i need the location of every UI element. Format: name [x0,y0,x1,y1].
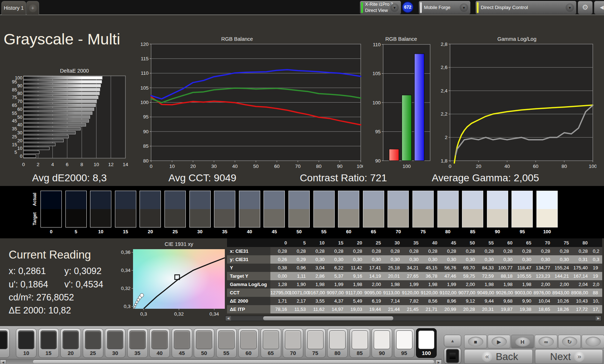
table-column-header: 10 [308,239,327,247]
level-button-75[interactable]: 75 [305,328,326,358]
svg-text:2,2: 2,2 [441,111,447,117]
next-button[interactable]: Next» [535,349,603,364]
level-button-60[interactable]: 60 [238,328,259,358]
level-label: 95 [394,350,414,356]
svg-text:95: 95 [375,129,381,134]
arrow-up-icon: ▲ [450,338,455,343]
level-button-45[interactable]: 45 [172,328,192,358]
grayscale-swatch [511,191,533,228]
meter-dropdown[interactable]: X-Rite i1Pro 3 Direct View ▼ [360,1,401,14]
svg-text:110: 110 [141,70,149,76]
svg-text:2: 2 [37,162,40,167]
grayscale-level-label: 20 [140,229,161,234]
extra-button[interactable] [582,335,604,348]
level-button-25[interactable]: 25 [83,328,103,358]
display-control-dropdown[interactable]: Direct Display Control ▼ [475,1,577,14]
pattern-window-button[interactable] [444,348,461,364]
grayscale-level-label: 90 [487,229,508,234]
table-cell: 2,00 [534,280,552,289]
table-cell: 0,28 [289,247,308,255]
grayscale-level-label: 95 [511,229,533,234]
svg-text:2,8: 2,8 [441,42,447,47]
svg-text:90: 90 [375,158,381,164]
expand-levels-button[interactable]: ▲ [444,335,461,347]
stop-button[interactable]: ■ [464,335,487,348]
reading-count-badge[interactable]: 672 [402,1,414,13]
table-cell: 0,00 [270,272,289,280]
table-cell: 18,26 [552,305,571,313]
table-cell: 84,33 [477,264,496,272]
level-button-95[interactable]: 95 [394,328,415,358]
back-button[interactable]: «Back [464,349,533,364]
actual-swatch [140,191,160,209]
table-cell: 2,17 [289,297,308,305]
svg-text:40: 40 [17,122,22,127]
level-button-80[interactable]: 80 [327,328,348,358]
grayscale-level-label: 50 [288,229,310,234]
add-tab-button[interactable]: + [26,1,39,15]
level-button-40[interactable]: 40 [149,328,170,358]
table-cell: 14,19 [364,272,383,280]
table-row: Y0,380,963,046,2211,4217,4125,1834,2145,… [227,264,602,272]
reading-y: y: 0,3092 [64,266,102,276]
svg-text:10: 10 [17,146,22,151]
scroll-right-icon[interactable]: ▶ [436,360,442,364]
toolbar-scrollbar-thumb[interactable] [33,360,434,364]
level-button-15[interactable]: 15 [38,328,59,358]
continuous-button[interactable]: ∞ [535,335,557,348]
level-button-10[interactable]: 10 [16,328,37,358]
scroll-left-icon[interactable]: ◀ [0,360,6,364]
table-cell: 123,23 [534,272,552,280]
level-button-65[interactable]: 65 [261,328,281,358]
level-button[interactable] [0,328,10,358]
level-label: 55 [217,350,236,356]
table-cell: 8943,00 [552,289,571,297]
table-cell-partial: 88 [590,289,602,297]
level-button-70[interactable]: 70 [283,328,303,358]
svg-text:0,34: 0,34 [121,268,131,273]
level-button-100[interactable]: 100 [416,328,437,358]
table-cell: 8,96 [440,297,458,305]
step-button[interactable]: H [511,335,534,348]
table-cell: 2,00 [364,280,383,289]
level-button-55[interactable]: 55 [216,328,237,358]
table-cell: 0,30 [552,255,571,264]
table-scrollbar[interactable]: ◀ ▶ [225,316,601,321]
svg-text:45: 45 [12,118,17,124]
extra-icon [586,337,601,347]
level-button-20[interactable]: 20 [60,328,81,358]
toolbar-scrollbar[interactable]: ◀ ▶ [0,359,442,364]
level-button-35[interactable]: 35 [127,328,148,358]
level-button-90[interactable]: 90 [372,328,392,358]
table-cell: 0,96 [289,264,308,272]
scroll-right-icon[interactable]: ▶ [596,316,601,321]
play-button[interactable]: ▶ [488,335,510,348]
level-button-85[interactable]: 85 [350,328,370,358]
table-cell: 0,30 [477,255,496,264]
level-button-30[interactable]: 30 [105,328,125,358]
actual-swatch [66,191,86,209]
table-column-header: 50 [458,239,477,247]
settings-button[interactable]: ⚙ [578,1,593,14]
svg-text:0: 0 [22,162,25,167]
svg-text:8: 8 [80,162,83,167]
table-row-label: ΔE ITP [227,305,270,313]
tab-history-1[interactable]: History 1 [1,1,26,15]
level-label: 30 [105,350,125,356]
table-cell: 0,28 [440,247,458,255]
table-scrollbar-thumb[interactable] [263,316,393,320]
svg-text:100: 100 [403,164,411,169]
average-gamma-stat: Average Gamma: 2,005 [432,172,539,184]
reading-x: x: 0,2861 [9,266,46,276]
level-label: 80 [327,350,347,356]
table-cell: 72,59 [477,272,496,280]
grayscale-swatch [90,191,111,228]
grayscale-level-label: 30 [189,229,211,234]
target-swatch [438,209,458,227]
svg-text:2,4: 2,4 [441,88,447,94]
level-button-50[interactable]: 50 [194,328,214,358]
source-dropdown[interactable]: Mobile Forge ▼ [419,1,471,14]
repeat-button[interactable]: ↻ [558,335,581,348]
actual-swatch [289,191,309,209]
collapse-panel-button[interactable]: ◀ [594,1,604,14]
